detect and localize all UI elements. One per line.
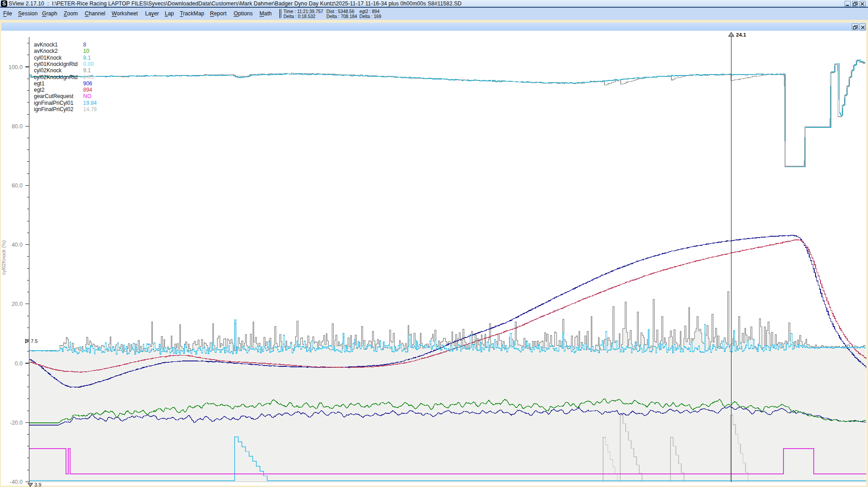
svg-text:0.0: 0.0 <box>15 361 23 367</box>
svg-text:7.5: 7.5 <box>31 338 38 344</box>
svg-text:cyl01Knock: cyl01Knock <box>34 55 62 61</box>
svg-text:60.0: 60.0 <box>12 183 23 189</box>
svg-text:100.0: 100.0 <box>9 64 23 70</box>
svg-text:80.0: 80.0 <box>12 123 23 130</box>
svg-text:cyl01KnockIgnRtd: cyl01KnockIgnRtd <box>34 61 78 67</box>
svg-text:cyl02Knock (%): cyl02Knock (%) <box>1 240 6 275</box>
svg-text:20.0: 20.0 <box>12 301 23 307</box>
svg-text:10: 10 <box>83 48 90 54</box>
svg-text:avKnock1: avKnock1 <box>34 42 58 48</box>
svg-text:906: 906 <box>83 80 92 87</box>
svg-text:NO: NO <box>83 93 91 99</box>
svg-text:-20.0: -20.0 <box>10 420 23 426</box>
svg-text:ignFinalPriCyl01: ignFinalPriCyl01 <box>34 100 74 106</box>
svg-text:cyl02KnockIgnRtd: cyl02KnockIgnRtd <box>34 74 78 80</box>
svg-text:3.9: 3.9 <box>34 482 41 487</box>
svg-text:0.00: 0.00 <box>83 61 94 67</box>
svg-text:egt2: egt2 <box>34 87 45 93</box>
svg-text:gearCutRequest: gearCutRequest <box>34 93 74 99</box>
svg-text:8.1: 8.1 <box>83 55 91 61</box>
svg-text:avKnock2: avKnock2 <box>34 48 58 54</box>
svg-text:40.0: 40.0 <box>12 242 23 248</box>
svg-text:2.75: 2.75 <box>83 74 94 80</box>
svg-text:cyl02Knock: cyl02Knock <box>34 67 62 74</box>
svg-text:894: 894 <box>83 87 92 93</box>
svg-text:19.84: 19.84 <box>83 100 97 106</box>
svg-text:-40.0: -40.0 <box>10 479 23 485</box>
svg-text:8: 8 <box>83 42 86 48</box>
svg-text:egt1: egt1 <box>34 80 45 87</box>
svg-text:ignFinalPriCyl02: ignFinalPriCyl02 <box>34 106 74 112</box>
svg-text:9.1: 9.1 <box>83 67 91 74</box>
svg-text:14.78: 14.78 <box>83 106 97 112</box>
svg-text:24.1: 24.1 <box>736 32 746 37</box>
